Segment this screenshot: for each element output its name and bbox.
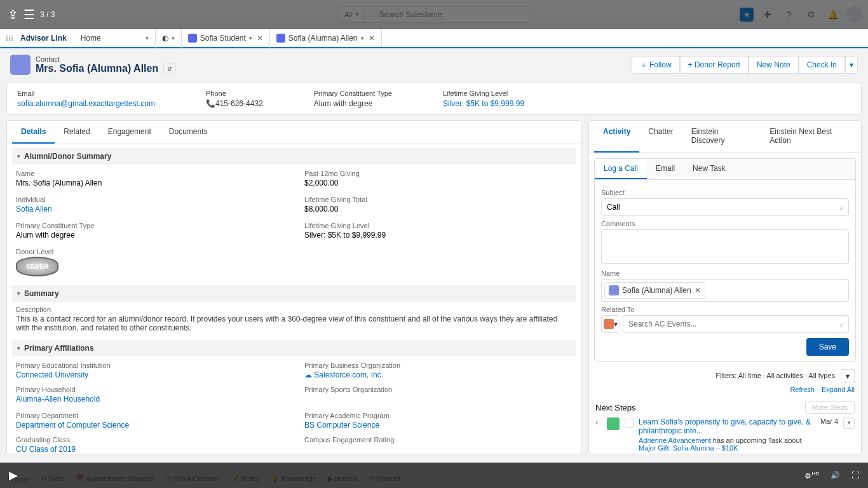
refresh-link[interactable]: Refresh (790, 386, 815, 393)
task-icon (607, 417, 620, 430)
search-icon[interactable]: ⌕ (839, 320, 844, 329)
help-icon[interactable]: ? (782, 7, 797, 22)
name-label: Name (601, 269, 849, 277)
field-value (304, 445, 573, 454)
related-object-picker[interactable]: ▾ (601, 315, 620, 333)
video-controls: ▶ ⚙HD 🔊 ⛶ (0, 463, 868, 488)
related-to-input[interactable] (623, 315, 849, 333)
notifications-icon[interactable]: 🔔 (825, 7, 840, 22)
field-link[interactable]: Connected University (16, 370, 88, 379)
tab-activity[interactable]: Activity (594, 121, 639, 152)
composer-tab-log-call[interactable]: Log a Call (595, 159, 647, 179)
field-value: Silver: $5K to $9,999.99 (304, 231, 573, 241)
close-icon[interactable]: ✕ (257, 34, 263, 43)
setup-gear-icon[interactable]: ⚙ (803, 7, 818, 22)
section-header[interactable]: Summary (12, 285, 576, 302)
activity-composer: Log a Call Email New Task Subject ⌕ Comm… (594, 158, 856, 362)
user-avatar[interactable] (846, 6, 863, 23)
pct-value: Alum with degree (314, 99, 373, 108)
tab-einstein-discovery[interactable]: Einstein Discovery (682, 121, 761, 152)
field-link[interactable]: BS Computer Science (304, 421, 379, 430)
app-navbar: ⁞⁞⁞ Advisor Link Home ▾ ◐▾ Sofia Student… (0, 29, 868, 48)
comments-input[interactable] (601, 229, 849, 264)
filter-icon[interactable]: ▼ (841, 369, 855, 383)
nav-tab-split[interactable]: ◐▾ (156, 29, 182, 48)
comments-label: Comments (601, 220, 849, 227)
object-label: Contact (36, 55, 176, 63)
settings-icon[interactable]: ⚙HD (804, 471, 819, 480)
search-icon[interactable]: ⌕ (839, 203, 844, 212)
more-steps-button[interactable]: More Steps (805, 401, 855, 414)
donor-report-button[interactable]: + Donor Report (680, 56, 749, 74)
global-header: All ⌕ ★ ✚ ? ⚙ 🔔 (0, 0, 868, 29)
play-icon[interactable]: ▶ (9, 468, 18, 482)
contact-icon (276, 34, 285, 43)
donor-level-badge: SILVER (16, 257, 58, 276)
name-pill[interactable]: Sofia (Alumna) Allen✕ (604, 282, 705, 299)
field-link[interactable]: Department of Computer Science (16, 421, 129, 430)
section-header[interactable]: Primary Affiliations (12, 340, 576, 356)
expand-icon[interactable]: › (595, 417, 602, 452)
timeline-menu-button[interactable]: ▾ (843, 417, 855, 429)
remove-pill-icon[interactable]: ✕ (695, 286, 701, 295)
search-icon: ⌕ (374, 10, 379, 19)
related-to-label: Related To (601, 306, 849, 313)
tab-documents[interactable]: Documents (160, 121, 217, 144)
timeline-title[interactable]: Learn Sofia's propensity to give, capaci… (639, 417, 811, 435)
fullscreen-icon[interactable]: ⛶ (851, 471, 859, 480)
phone-value[interactable]: 📞415-626-4432 (206, 99, 263, 108)
field-link[interactable]: ☁ Salesforce.com, Inc. (304, 370, 383, 379)
lgl-link[interactable]: Silver: $5K to $9,999.99 (443, 99, 524, 108)
tab-related[interactable]: Related (55, 121, 98, 144)
tab-einstein-nba[interactable]: Einstein Next Best Action (761, 121, 861, 152)
name-lookup[interactable]: Sofia (Alumna) Allen✕ (601, 279, 849, 302)
contact-icon (10, 55, 31, 75)
nav-tab-sofia-student[interactable]: Sofia Student▾✕ (182, 29, 270, 48)
search-scope-button[interactable]: All (339, 6, 364, 23)
nav-tab-home[interactable]: Home ▾ (74, 29, 156, 48)
subject-input[interactable] (601, 198, 849, 216)
composer-tab-new-task[interactable]: New Task (684, 159, 735, 179)
field-value: Alum with degree (16, 231, 284, 241)
app-name: Advisor Link (19, 34, 74, 43)
detail-tabset: Details Related Engagement Documents (7, 121, 581, 144)
nav-tab-sofia-alumna[interactable]: Sofia (Alumna) Allen▾✕ (270, 28, 382, 47)
email-link[interactable]: sofia.alumna@gmail.exacttargettest.com (17, 99, 155, 108)
composer-tab-email[interactable]: Email (647, 159, 684, 179)
field-link[interactable]: Alumna-Allen Household (16, 395, 100, 403)
save-button[interactable]: Save (806, 338, 849, 356)
record-header: Contact Mrs. Sofia (Alumna) Allen ⇵ ＋ Fo… (0, 48, 868, 80)
activity-tabset: Activity Chatter Einstein Discovery Eins… (589, 121, 861, 153)
tab-engagement[interactable]: Engagement (99, 121, 160, 144)
field-value (304, 395, 573, 405)
check-in-button[interactable]: Check In (799, 56, 845, 74)
record-name: Mrs. Sofia (Alumna) Allen (36, 63, 158, 74)
task-checkbox[interactable] (625, 419, 634, 428)
volume-icon[interactable]: 🔊 (831, 471, 840, 480)
section-header[interactable]: Alumni/Donor Summary (12, 148, 576, 165)
follow-button[interactable]: ＋ Follow (632, 56, 680, 74)
add-icon[interactable]: ✚ (760, 7, 775, 22)
subject-label: Subject (601, 189, 849, 196)
chevron-down-icon[interactable]: ▾ (146, 35, 149, 41)
global-search-input[interactable] (364, 6, 529, 23)
timeline-date: Mar 4 (820, 417, 838, 452)
field-value: $8,000.00 (304, 205, 573, 215)
field-link[interactable]: Sofia Allen (16, 205, 52, 214)
tab-chatter[interactable]: Chatter (639, 121, 682, 152)
field-link[interactable]: CU Class of 2019 (16, 445, 76, 454)
close-icon[interactable]: ✕ (369, 34, 375, 43)
favorites-icon[interactable]: ★ (740, 8, 754, 22)
timeline-filter-row: Filters: All time · All activities · All… (589, 367, 861, 386)
new-note-button[interactable]: New Note (749, 56, 799, 74)
tab-details[interactable]: Details (12, 121, 55, 144)
more-actions-button[interactable]: ▾ (845, 56, 858, 74)
event-icon (604, 319, 614, 329)
next-steps-label: Next Steps (595, 403, 636, 412)
description-text: This is a contact record for an alumni/d… (16, 315, 573, 332)
contact-icon (188, 34, 197, 43)
app-launcher-icon[interactable]: ⁞⁞⁞ (0, 34, 19, 43)
expand-all-link[interactable]: Expand All (822, 386, 855, 393)
hierarchy-icon[interactable]: ⇵ (163, 64, 176, 74)
contact-icon (609, 285, 619, 295)
